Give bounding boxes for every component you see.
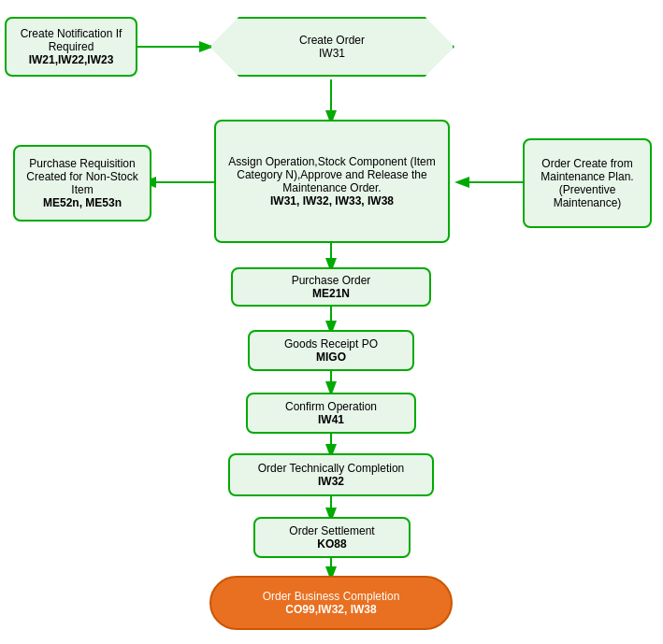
create-order-hexagon: Create Order IW31 [209,17,454,77]
assign-operation-box: Assign Operation,Stock Component (Item C… [214,120,450,243]
create-notification-box: Create Notification If Required IW21,IW2… [5,17,137,77]
order-business-box: Order Business Completion CO99,IW32, IW3… [209,576,453,630]
purchase-requisition-box: Purchase Requisition Created for Non-Sto… [13,145,151,222]
purchase-order-box: Purchase Order ME21N [231,267,431,307]
order-settlement-box: Order Settlement KO88 [253,517,411,558]
confirm-operation-box: Confirm Operation IW41 [246,393,416,434]
goods-receipt-box: Goods Receipt PO MIGO [248,330,414,371]
order-create-maintenance-box: Order Create from Maintenance Plan.(Prev… [523,138,652,228]
flowchart-diagram: Create Notification If Required IW21,IW2… [0,0,663,644]
order-technically-box: Order Technically Completion IW32 [228,453,434,496]
